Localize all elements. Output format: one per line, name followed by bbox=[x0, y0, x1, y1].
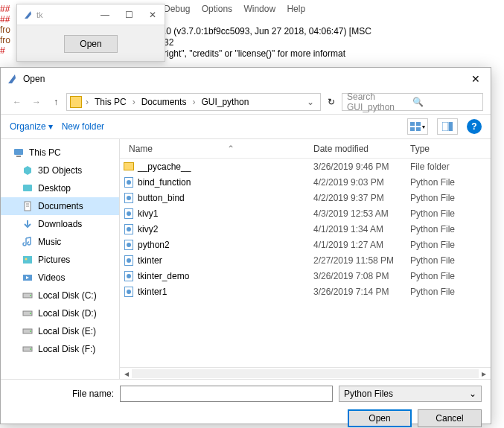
up-button[interactable]: ↑ bbox=[47, 93, 65, 111]
forward-button[interactable]: → bbox=[28, 93, 45, 111]
search-placeholder: Search GUI_python bbox=[347, 92, 412, 112]
sidebar-item-this-pc[interactable]: This PC bbox=[1, 144, 119, 162]
dialog-titlebar[interactable]: Open ✕ bbox=[1, 68, 491, 90]
sidebar-item-local-disk-f-[interactable]: Local Disk (F:) bbox=[1, 340, 119, 358]
file-type: File folder bbox=[410, 162, 491, 172]
breadcrumb-gui-python[interactable]: GUI_python bbox=[199, 97, 251, 107]
breadcrumb[interactable]: › This PC › Documents › GUI_python ⌄ bbox=[66, 93, 321, 111]
python-file-icon bbox=[124, 255, 133, 266]
back-button[interactable]: ← bbox=[8, 93, 26, 111]
menu-help[interactable]: Help bbox=[287, 4, 305, 14]
column-name[interactable]: Name ⌃ bbox=[120, 144, 313, 154]
breadcrumb-documents[interactable]: Documents bbox=[139, 97, 189, 107]
sidebar-item-label: Videos bbox=[38, 272, 65, 283]
file-type: Python File bbox=[410, 193, 491, 203]
column-type[interactable]: Type bbox=[410, 144, 491, 154]
close-button[interactable]: ✕ bbox=[141, 4, 165, 25]
filetype-filter[interactable]: Python Files ⌄ bbox=[339, 386, 482, 402]
chevron-down-icon: ▾ bbox=[422, 124, 425, 130]
search-input[interactable]: Search GUI_python 🔍 bbox=[342, 93, 483, 111]
dialog-title-text: Open bbox=[23, 74, 467, 84]
sidebar-item-label: Local Disk (C:) bbox=[38, 290, 97, 301]
file-date: 4/1/2019 1:34 AM bbox=[313, 224, 410, 234]
sidebar-item-label: 3D Objects bbox=[38, 165, 82, 176]
refresh-button[interactable]: ↻ bbox=[322, 93, 340, 111]
cancel-button[interactable]: Cancel bbox=[418, 409, 482, 427]
python-file-icon bbox=[124, 240, 133, 250]
file-row[interactable]: python24/1/2019 1:27 AMPython File bbox=[120, 237, 491, 252]
svg-point-20 bbox=[30, 330, 31, 332]
svg-rect-1 bbox=[416, 122, 421, 126]
file-type: Python File bbox=[410, 224, 491, 234]
sidebar: This PC3D ObjectsDesktopDocumentsDownloa… bbox=[1, 139, 120, 379]
sidebar-item-documents[interactable]: Documents bbox=[1, 197, 119, 215]
svg-point-22 bbox=[30, 348, 31, 350]
view-mode-button[interactable]: ▾ bbox=[407, 118, 428, 135]
file-name: bind_function bbox=[138, 177, 313, 188]
docs-icon bbox=[22, 200, 34, 212]
file-date: 4/3/2019 12:53 AM bbox=[313, 208, 410, 219]
chevron-down-icon[interactable]: ⌄ bbox=[304, 97, 317, 107]
preview-pane-button[interactable] bbox=[437, 118, 458, 135]
scroll-left-icon[interactable]: ◂ bbox=[121, 369, 132, 378]
sidebar-item-desktop[interactable]: Desktop bbox=[1, 179, 119, 197]
file-row[interactable]: __pycache__3/26/2019 9:46 PMFile folder bbox=[120, 159, 491, 174]
filename-input[interactable] bbox=[120, 386, 333, 402]
file-type: Python File bbox=[410, 177, 491, 188]
chevron-right-icon[interactable]: › bbox=[83, 97, 91, 107]
search-icon: 🔍 bbox=[412, 97, 478, 107]
sidebar-item-label: Local Disk (F:) bbox=[38, 344, 95, 354]
file-type: Python File bbox=[410, 287, 491, 297]
file-row[interactable]: kivy24/1/2019 1:34 AMPython File bbox=[120, 221, 491, 237]
tk-window: tk — ☐ ✕ Open bbox=[16, 4, 165, 62]
vids-icon bbox=[22, 272, 34, 284]
scroll-track[interactable] bbox=[132, 369, 479, 378]
open-button[interactable]: Open bbox=[348, 409, 412, 427]
file-row[interactable]: button_bind4/2/2019 9:37 PMPython File bbox=[120, 190, 491, 205]
python-file-icon bbox=[124, 287, 133, 297]
dialog-footer: File name: Python Files ⌄ Open Cancel bbox=[1, 379, 491, 428]
horizontal-scrollbar[interactable]: ◂ ▸ bbox=[120, 367, 491, 379]
file-row[interactable]: tkinter13/26/2019 7:14 PMPython File bbox=[120, 284, 491, 299]
help-button[interactable]: ? bbox=[467, 119, 482, 134]
close-icon[interactable]: ✕ bbox=[467, 70, 485, 88]
sidebar-item-label: Desktop bbox=[38, 183, 71, 194]
sidebar-item-local-disk-e-[interactable]: Local Disk (E:) bbox=[1, 322, 119, 340]
breadcrumb-this-pc[interactable]: This PC bbox=[92, 97, 129, 107]
sidebar-item-local-disk-d-[interactable]: Local Disk (D:) bbox=[1, 304, 119, 322]
filename-label: File name: bbox=[10, 389, 114, 399]
toolbar: Organize ▾ New folder ▾ ? bbox=[1, 114, 491, 139]
sidebar-item-label: Local Disk (D:) bbox=[38, 308, 97, 319]
sidebar-item-music[interactable]: Music bbox=[1, 233, 119, 251]
column-headers: Name ⌃ Date modified Type bbox=[120, 139, 491, 159]
svg-rect-4 bbox=[442, 122, 448, 131]
menu-debug[interactable]: Debug bbox=[164, 4, 190, 14]
tk-open-button[interactable]: Open bbox=[64, 35, 117, 53]
nav-bar: ← → ↑ › This PC › Documents › GUI_python… bbox=[1, 90, 491, 114]
sidebar-item-downloads[interactable]: Downloads bbox=[1, 215, 119, 233]
file-row[interactable]: tkinter2/27/2019 11:58 PMPython File bbox=[120, 252, 491, 268]
chevron-down-icon: ▾ bbox=[48, 121, 53, 132]
file-name: tkinter1 bbox=[138, 287, 313, 297]
column-date[interactable]: Date modified bbox=[313, 144, 410, 154]
file-list[interactable]: __pycache__3/26/2019 9:46 PMFile folderb… bbox=[120, 159, 491, 367]
menu-window[interactable]: Window bbox=[243, 4, 275, 14]
sidebar-item-3d-objects[interactable]: 3D Objects bbox=[1, 162, 119, 179]
sidebar-item-local-disk-c-[interactable]: Local Disk (C:) bbox=[1, 287, 119, 304]
file-row[interactable]: bind_function4/2/2019 9:03 PMPython File bbox=[120, 174, 491, 190]
maximize-button[interactable]: ☐ bbox=[117, 4, 141, 25]
chevron-right-icon[interactable]: › bbox=[190, 97, 197, 107]
file-row[interactable]: tkinter_demo3/26/2019 7:08 PMPython File bbox=[120, 268, 491, 284]
scroll-right-icon[interactable]: ▸ bbox=[479, 369, 489, 378]
menu-options[interactable]: Options bbox=[202, 4, 232, 14]
tk-titlebar[interactable]: tk — ☐ ✕ bbox=[17, 4, 165, 25]
pics-icon bbox=[22, 254, 34, 266]
file-row[interactable]: kivy14/3/2019 12:53 AMPython File bbox=[120, 205, 491, 221]
new-folder-button[interactable]: New folder bbox=[62, 121, 104, 132]
sidebar-item-pictures[interactable]: Pictures bbox=[1, 251, 119, 269]
chevron-right-icon[interactable]: › bbox=[130, 97, 138, 107]
file-name: tkinter bbox=[138, 255, 313, 266]
organize-menu[interactable]: Organize ▾ bbox=[10, 121, 53, 132]
minimize-button[interactable]: — bbox=[93, 4, 117, 25]
sidebar-item-videos[interactable]: Videos bbox=[1, 269, 119, 287]
